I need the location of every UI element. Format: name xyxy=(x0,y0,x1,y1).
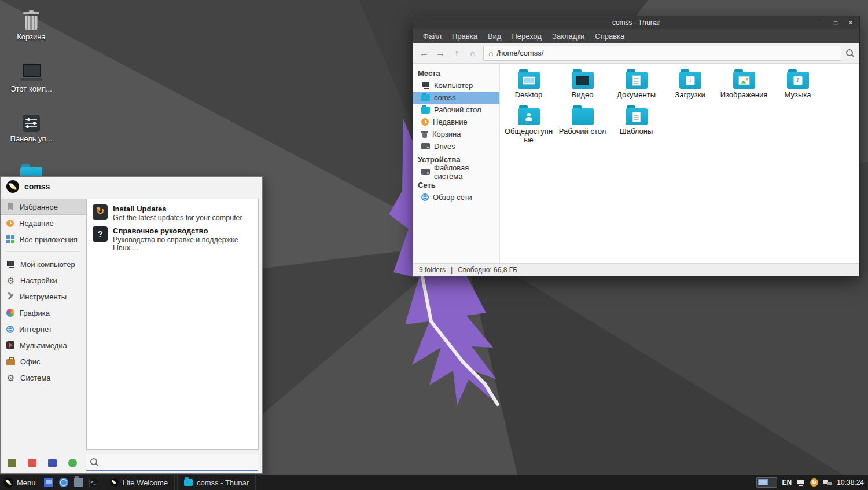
file-item[interactable]: Документы xyxy=(609,68,663,99)
file-item[interactable]: Музыка xyxy=(771,68,825,99)
desktop-icon-control-panel[interactable]: Панель уп... xyxy=(6,114,57,143)
category-system[interactable]: Система xyxy=(1,370,86,386)
back-button[interactable] xyxy=(418,47,430,59)
bookmark-icon xyxy=(8,203,13,211)
search-icon[interactable] xyxy=(846,49,854,57)
browser-icon[interactable] xyxy=(59,478,68,487)
sidebar-item-network-browse[interactable]: Обзор сети xyxy=(413,191,499,203)
category-label: Система xyxy=(20,374,50,382)
quick-icon-1[interactable] xyxy=(8,459,16,467)
category-internet[interactable]: Интернет xyxy=(1,321,86,337)
category-office[interactable]: Офис xyxy=(1,353,86,370)
sidebar-item-drives[interactable]: Drives xyxy=(413,140,499,152)
up-button[interactable] xyxy=(451,47,462,59)
sidebar-item-comss[interactable]: comss xyxy=(413,92,499,104)
menubar: Файл Правка Вид Переход Закладки Справка xyxy=(413,29,859,43)
path-bar[interactable]: /home/comss/ xyxy=(483,46,841,61)
result-subtitle: Get the latest updates for your computer xyxy=(113,214,242,222)
category-all-apps[interactable]: Все приложения xyxy=(1,231,86,247)
menu-help[interactable]: Справка xyxy=(590,29,630,43)
taskbar: Menu Lite Welcome comss - Thunar EN 10:3… xyxy=(0,475,868,490)
menu-edit[interactable]: Правка xyxy=(447,29,483,43)
display-icon[interactable] xyxy=(797,478,805,487)
computer-icon xyxy=(6,261,15,268)
menu-file[interactable]: Файл xyxy=(418,29,447,43)
category-my-computer[interactable]: Мой компьютер xyxy=(1,256,86,272)
show-desktop-icon[interactable] xyxy=(44,478,53,487)
quick-icon-4[interactable] xyxy=(68,459,77,467)
sidebar-item-trash[interactable]: Корзина xyxy=(413,128,499,140)
close-button[interactable] xyxy=(843,16,858,29)
taskbar-menu-button[interactable]: Menu xyxy=(0,475,41,490)
status-free-space: Свободно: 66,8 ГБ xyxy=(458,266,517,274)
category-label: Недавние xyxy=(19,219,54,228)
menu-bookmarks[interactable]: Закладки xyxy=(547,29,590,43)
category-graphics[interactable]: Графика xyxy=(1,305,86,321)
sidebar-item-filesystem[interactable]: Файловая система xyxy=(413,166,499,178)
app-menu: comss Избранное Недавние Все приложения … xyxy=(0,176,263,474)
sidebar-item-desktop[interactable]: Рабочий стол xyxy=(413,104,499,116)
path-text: /home/comss/ xyxy=(496,49,543,57)
drive-icon xyxy=(421,169,430,175)
category-label: Настройки xyxy=(20,276,57,285)
file-label: Музыка xyxy=(785,91,811,99)
sidebar-item-label: Рабочий стол xyxy=(434,105,481,114)
menu-go[interactable]: Переход xyxy=(506,29,547,43)
drive-icon xyxy=(421,143,430,149)
folder-documents-icon xyxy=(626,72,648,89)
result-install-updates[interactable]: Install Updates Get the latest updates f… xyxy=(90,202,255,224)
home-icon xyxy=(488,49,493,58)
linux-lite-logo-icon xyxy=(6,180,19,193)
desktop-icon-computer[interactable]: Этот комп... xyxy=(6,63,57,93)
category-settings[interactable]: Настройки xyxy=(1,272,86,288)
quick-icon-2[interactable] xyxy=(28,459,36,467)
quick-icon-3[interactable] xyxy=(48,459,57,467)
updates-tray-icon[interactable] xyxy=(810,478,818,487)
file-label: Изображения xyxy=(720,91,768,99)
menu-search[interactable] xyxy=(86,455,258,471)
folder-templates-icon xyxy=(626,108,648,125)
category-favorites[interactable]: Избранное xyxy=(1,199,86,215)
sidebar-item-recent[interactable]: Недавние xyxy=(413,116,499,128)
minimize-button[interactable] xyxy=(813,16,828,29)
file-item[interactable]: Desktop xyxy=(502,68,556,99)
file-item[interactable]: Рабочий стол xyxy=(556,105,609,144)
maximize-button[interactable] xyxy=(828,16,843,29)
task-thunar[interactable]: comss - Thunar xyxy=(177,475,256,490)
menu-view[interactable]: Вид xyxy=(483,29,507,43)
workspace-switcher[interactable] xyxy=(756,477,777,488)
clock[interactable]: 10:38:24 xyxy=(837,478,864,487)
terminal-icon[interactable] xyxy=(89,478,98,487)
file-item[interactable]: Изображения xyxy=(717,68,771,99)
file-item[interactable]: Шаблоны xyxy=(609,105,663,144)
file-manager-icon[interactable] xyxy=(74,478,83,487)
search-input[interactable] xyxy=(102,458,254,467)
home-button[interactable] xyxy=(467,47,479,59)
file-label: Документы xyxy=(617,91,656,99)
file-item[interactable]: Видео xyxy=(556,68,609,99)
file-item[interactable]: Общедоступные xyxy=(502,105,556,144)
clock-icon xyxy=(421,118,429,126)
statusbar: 9 folders | Свободно: 66,8 ГБ xyxy=(413,263,859,276)
folder-downloads-icon xyxy=(679,72,701,89)
task-lite-welcome[interactable]: Lite Welcome xyxy=(104,475,175,490)
category-tools[interactable]: Инструменты xyxy=(1,288,86,305)
file-item[interactable]: Загрузки xyxy=(663,68,717,99)
file-label: Desktop xyxy=(515,91,543,99)
computer-icon xyxy=(421,82,430,89)
forward-button[interactable] xyxy=(435,47,446,59)
desktop-icon-trash[interactable]: Корзина xyxy=(6,10,57,41)
file-label: Загрузки xyxy=(675,91,705,99)
folder-music-icon xyxy=(787,72,809,89)
result-help-manual[interactable]: Справочное руководство Руководство по сп… xyxy=(90,224,255,254)
network-icon xyxy=(421,193,429,201)
window-title: comss - Thunar xyxy=(413,19,859,27)
category-multimedia[interactable]: Мультимедиа xyxy=(1,337,86,353)
folder-public-icon xyxy=(518,108,540,125)
titlebar[interactable]: comss - Thunar xyxy=(413,16,859,29)
keyboard-layout[interactable]: EN xyxy=(782,478,792,487)
menu-footer xyxy=(1,452,262,473)
sidebar-item-computer[interactable]: Компьютер xyxy=(413,79,499,92)
category-recent[interactable]: Недавние xyxy=(1,215,86,231)
network-tray-icon[interactable] xyxy=(823,478,832,487)
